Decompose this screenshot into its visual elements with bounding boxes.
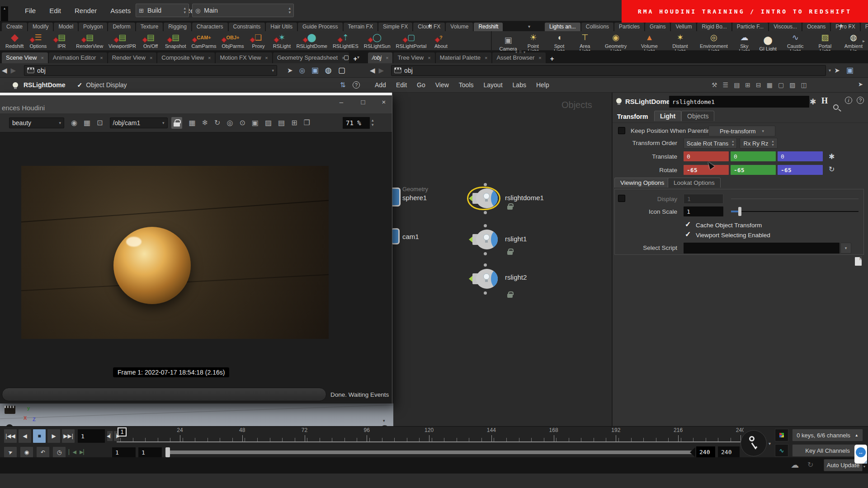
translate-field[interactable]: 0	[778, 151, 823, 161]
window-titlebar[interactable]: ences Houdini – □ ×	[0, 95, 392, 113]
network-toolbar-icon[interactable]: ⊞	[745, 81, 750, 89]
play-backwards-button[interactable]: ◀	[18, 429, 32, 443]
chevron-down-icon[interactable]: ▾	[383, 418, 385, 423]
close-tab-icon[interactable]: ×	[41, 52, 43, 63]
prev-frame-button[interactable]: ◀▏	[107, 431, 113, 441]
select-keys-tool[interactable]: ➤	[4, 446, 17, 458]
renderview-icon[interactable]: ▤	[278, 118, 285, 127]
view-slate-icon[interactable]	[5, 406, 15, 414]
shelf-tool[interactable]: ▤ On/Off	[139, 32, 162, 49]
pane-tab[interactable]: Motion FX View ×	[216, 52, 272, 63]
node-label-sphere1[interactable]: sphere1	[402, 194, 427, 202]
renderview-icon[interactable]: ◎	[226, 118, 233, 127]
playhead-marker[interactable]: 1	[118, 427, 127, 436]
gear-icon[interactable]: ✱	[810, 97, 816, 107]
shelf-tab[interactable]: Simple FX	[378, 23, 412, 31]
search-icon[interactable]	[833, 104, 839, 110]
shelf-tool[interactable]: ☰ Options	[26, 32, 50, 49]
network-menu-item[interactable]: Edit	[391, 81, 412, 89]
render-camera-selector[interactable]: /obj/cam1 ▾	[110, 117, 168, 128]
pane-tab[interactable]: Geometry Spreadsheet ×	[273, 52, 349, 63]
shelf-overflow-arrow[interactable]: ▾	[528, 24, 530, 29]
shelf-tab[interactable]: Rigid Bo...	[697, 23, 731, 31]
close-tab-icon[interactable]: ×	[485, 52, 487, 63]
tab-lookat-options[interactable]: Lookat Options	[668, 178, 721, 188]
maximize-button[interactable]: □	[355, 98, 371, 106]
shelf-tool[interactable]: ▤ IPR	[50, 32, 73, 49]
network-menu-item[interactable]: Layout	[479, 81, 508, 89]
close-tab-icon[interactable]: ×	[386, 52, 388, 63]
shelf-tab[interactable]: Collisions	[581, 23, 613, 31]
node-output-dot[interactable]	[484, 291, 487, 295]
target-icon[interactable]: ◎	[299, 66, 305, 75]
resize-grip[interactable]: ⠿	[859, 256, 863, 261]
jump-to-end-button[interactable]: ▶▶|	[61, 429, 75, 443]
range-slider-right-handle[interactable]	[690, 447, 695, 457]
renderview-icon[interactable]: ❐	[304, 118, 310, 127]
aov-selector[interactable]: beauty ▾	[9, 117, 64, 128]
shelf-tool[interactable]: ◆ Redshift	[3, 32, 26, 49]
shelf-tool[interactable]: ✶ RSLight	[270, 32, 293, 49]
tab-transform[interactable]: Transform	[617, 113, 648, 120]
range-slider-left-handle[interactable]	[165, 447, 170, 457]
node-output-dot[interactable]	[484, 252, 487, 255]
node-input-dot[interactable]	[484, 224, 487, 227]
shelf-tab[interactable]: Constraints	[229, 23, 265, 31]
shelf-tool[interactable]: ❏ Proxy	[246, 32, 270, 49]
renderview-icon[interactable]: ▣	[252, 118, 259, 127]
pane-tab[interactable]: Composite View ×	[157, 52, 215, 63]
network-toolbar-icon[interactable]: ▨	[789, 81, 795, 89]
jump-to-start-button[interactable]: |◀◀	[4, 429, 17, 443]
tab-objects[interactable]: Objects	[681, 111, 714, 121]
keep-position-checkbox[interactable]	[618, 127, 625, 134]
shelf-tab[interactable]: Modify	[28, 23, 53, 31]
shelf-tool[interactable]: ▣ Camera	[496, 34, 520, 52]
shelf-tab[interactable]: FEM	[861, 23, 868, 31]
transform-order-dropdown[interactable]: Scale Rot Trans ▴▾	[684, 138, 737, 149]
shelf-tab[interactable]: Characters	[192, 23, 228, 31]
shelf-tab[interactable]: Guide Process	[298, 23, 343, 31]
light-toggle-icon[interactable]: ◍	[325, 66, 332, 75]
renderview-icon[interactable]: ▨	[265, 118, 272, 127]
keys-channels-dropdown[interactable]: 0 keys, 6/6 channels ▲	[792, 429, 863, 441]
rotate-field[interactable]: -65	[778, 165, 823, 175]
network-menu-item[interactable]: View	[430, 81, 454, 89]
shelf-tool[interactable]: CAM+ CamParms	[189, 32, 219, 49]
scene-path-field[interactable]: obj ▾	[24, 65, 277, 76]
shelf-tab[interactable]: Model	[54, 23, 78, 31]
network-toolbar-icon[interactable]: ▦	[767, 81, 773, 89]
clock-button[interactable]: ◷	[52, 446, 66, 458]
viewport-selecting-checkbox[interactable]: ✓	[685, 230, 691, 239]
play-button[interactable]: ▶	[47, 429, 61, 443]
network-editor[interactable]: Objects Geometry sphere1 cam1 rslightdom…	[366, 93, 612, 457]
pane-tab[interactable]: Tree View ×	[393, 52, 434, 63]
close-button[interactable]: ×	[376, 98, 392, 106]
menu-item[interactable]: Edit	[42, 0, 68, 21]
close-tab-icon[interactable]: ×	[150, 52, 152, 63]
shelf-tool[interactable]: ⬤ GI Light	[756, 34, 780, 52]
snapshot-frame-icon[interactable]: ▣	[846, 66, 854, 75]
translate-field[interactable]: 0	[684, 151, 729, 161]
network-path-field[interactable]: obj	[391, 65, 826, 76]
renderview-icon[interactable]: ◉	[71, 118, 77, 127]
close-tab-icon[interactable]: ×	[100, 52, 103, 63]
shelf-tool[interactable]: ▢ RSLightPortal	[393, 32, 429, 49]
pin-icon[interactable]: ➤	[834, 66, 840, 75]
shelf-tab[interactable]: Texture	[136, 23, 163, 31]
shelf-tab[interactable]: Terrain FX	[344, 23, 377, 31]
zoom-stepper[interactable]: ▴▾	[372, 118, 374, 127]
network-menu-item[interactable]: Help	[531, 81, 554, 89]
pane-divider-grip[interactable]: ▾⠿▾	[515, 50, 527, 54]
help-icon[interactable]: ?	[857, 97, 864, 104]
cursor-tool-icon[interactable]: ➤	[858, 81, 863, 88]
icon-scale-field[interactable]: 1	[684, 206, 723, 216]
desktop-stepper[interactable]: ▴▾	[184, 6, 186, 14]
renderview-icon[interactable]: ⊙	[239, 118, 245, 127]
pane-tab[interactable]: Animation Editor ×	[49, 52, 107, 63]
rotate-order-dropdown[interactable]: Rx Ry Rz ▴▾	[740, 138, 778, 149]
prev-key-icon[interactable]: ▏◀	[69, 449, 76, 455]
refresh-icon[interactable]: ↻	[807, 460, 813, 469]
range-start-field[interactable]: 1	[112, 447, 136, 457]
shelf-tool[interactable]: OBJ+ ObjParms	[219, 32, 247, 49]
renderview-icon[interactable]: ❄	[202, 118, 208, 127]
